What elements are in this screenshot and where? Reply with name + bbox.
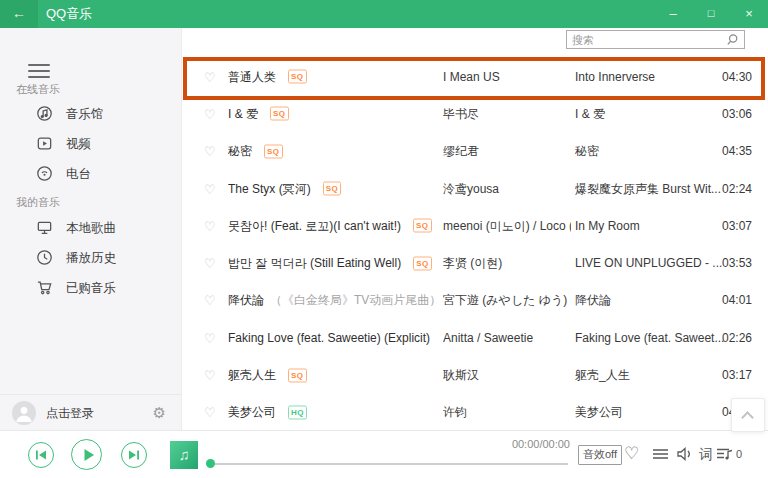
favorite-heart-icon[interactable]: ♡ [204, 330, 216, 345]
song-row[interactable]: ♡ 美梦公司 HQ 许钧 美梦公司 04:09 [182, 394, 768, 431]
song-title-cluster: 普通人类 SQ [228, 68, 307, 85]
progress-bar[interactable] [210, 463, 568, 465]
song-artist[interactable]: 宮下遊 (みやした ゆう) [443, 292, 571, 309]
song-row[interactable]: ♡ Faking Love (feat. Saweetie) (Explicit… [182, 319, 768, 356]
back-icon: ← [12, 5, 26, 21]
album-art-placeholder[interactable]: ♫ [170, 441, 198, 469]
song-title: 躯壳人生 [228, 367, 276, 384]
qq-music-window: ← QQ音乐 – □ × 在线音乐 音乐馆 视频 [0, 0, 768, 478]
sidebar-item-play-history[interactable]: 播放历史 [0, 243, 182, 273]
favorite-heart-icon[interactable]: ♡ [204, 106, 216, 121]
song-artist[interactable]: 李贤 (이현) [443, 255, 571, 272]
sidebar-item-music-hall[interactable]: 音乐馆 [0, 99, 182, 129]
song-album[interactable]: I & 爱 [575, 105, 743, 122]
song-title: 普通人类 [228, 68, 276, 85]
login-row[interactable]: 点击登录 ⚙ [0, 394, 182, 430]
song-album[interactable]: 秘密 [575, 143, 743, 160]
song-album[interactable]: LIVE ON UNPLUGGED - ... [575, 256, 743, 270]
favorite-heart-icon[interactable]: ♡ [204, 368, 216, 383]
equalizer-icon[interactable] [652, 448, 669, 460]
favorite-heart-icon[interactable]: ♡ [204, 69, 216, 84]
search-input[interactable] [572, 31, 717, 48]
song-artist[interactable]: meenoi (미노이) / Loco (... [443, 217, 571, 234]
song-row[interactable]: ♡ 못참아! (Feat. 로꼬)(I can't wait!) SQ meen… [182, 207, 768, 244]
favorite-heart-icon[interactable]: ♡ [204, 293, 216, 308]
lyrics-button[interactable]: 词 [699, 446, 713, 464]
close-button[interactable]: × [730, 0, 768, 28]
previous-track-button[interactable] [28, 442, 54, 468]
maximize-button[interactable]: □ [692, 0, 730, 28]
song-row[interactable]: ♡ 秘密 SQ 缪纪君 秘密 04:35 [182, 133, 768, 170]
song-album[interactable]: Faking Love (feat. Saweet... [575, 331, 743, 345]
play-queue-icon[interactable] [716, 447, 734, 461]
next-icon [128, 450, 141, 461]
song-title-cluster: 美梦公司 HQ [228, 404, 307, 421]
song-artist[interactable]: Anitta / Saweetie [443, 331, 571, 345]
favorite-heart-icon[interactable]: ♡ [204, 218, 216, 233]
song-artist[interactable]: 毕书尽 [443, 105, 571, 122]
maximize-icon: □ [708, 7, 715, 19]
song-title-cluster: 躯壳人生 SQ [228, 367, 307, 384]
song-title: I & 爱 [228, 105, 258, 122]
previous-icon [35, 450, 48, 461]
song-artist[interactable]: 缪纪君 [443, 143, 571, 160]
quality-badge: SQ [413, 256, 432, 270]
sidebar-item-radio[interactable]: 电台 [0, 159, 182, 189]
song-row[interactable]: ♡ 躯壳人生 SQ 耿斯汉 躯壳_人生 03:17 [182, 356, 768, 393]
play-button[interactable] [71, 439, 102, 470]
favorite-heart-icon[interactable]: ♡ [204, 181, 216, 196]
progress-knob[interactable] [206, 459, 215, 468]
back-button[interactable]: ← [0, 0, 38, 28]
song-album[interactable]: 降伏論 [575, 292, 743, 309]
song-artist[interactable]: 耿斯汉 [443, 367, 571, 384]
song-album[interactable]: In My Room [575, 219, 743, 233]
music-hall-icon [36, 105, 53, 122]
quality-badge: SQ [288, 70, 307, 84]
hamburger-icon [28, 64, 50, 66]
song-artist[interactable]: I Mean US [443, 70, 571, 84]
scroll-to-top-button[interactable] [731, 398, 765, 432]
song-row[interactable]: ♡ 밥만 잘 먹더라 (Still Eating Well) SQ 李贤 (이현… [182, 244, 768, 281]
search-icon[interactable] [726, 33, 739, 46]
volume-icon[interactable] [676, 447, 693, 461]
song-duration: 04:01 [722, 293, 752, 307]
song-album[interactable]: 美梦公司 [575, 404, 743, 421]
avatar [12, 401, 36, 425]
playback-time: 00:00/00:00 [495, 438, 570, 450]
song-title-cluster: I & 爱 SQ [228, 105, 289, 122]
favorite-heart-icon[interactable]: ♡ [204, 405, 216, 420]
song-row[interactable]: ♡ 普通人类 SQ I Mean US Into Innerverse 04:3… [182, 58, 768, 95]
song-title-cluster: 降伏論 （《白金终局》TV动画片尾曲） SQ [228, 292, 438, 309]
song-album[interactable]: Into Innerverse [575, 70, 743, 84]
song-title: Faking Love (feat. Saweetie) (Explicit) [228, 331, 430, 345]
favorite-heart-icon[interactable]: ♡ [204, 144, 216, 159]
song-album[interactable]: 爆裂魔女原声集 Burst Wit... [575, 180, 743, 197]
favorite-heart-icon[interactable]: ♡ [624, 443, 639, 464]
sidebar-item-video[interactable]: 视频 [0, 129, 182, 159]
song-duration: 04:30 [722, 70, 752, 84]
sidebar-item-label: 电台 [66, 166, 91, 183]
minimize-icon: – [669, 6, 676, 21]
song-row[interactable]: ♡ The Styx (冥河) SQ 泠鸢yousa 爆裂魔女原声集 Burst… [182, 170, 768, 207]
song-title: 秘密 [228, 143, 252, 160]
song-title: 못참아! (Feat. 로꼬)(I can't wait!) [228, 217, 401, 234]
favorite-heart-icon[interactable]: ♡ [204, 256, 216, 271]
song-title-cluster: Faking Love (feat. Saweetie) (Explicit) … [228, 331, 438, 345]
song-artist[interactable]: 许钧 [443, 404, 571, 421]
sidebar-item-local-songs[interactable]: 本地歌曲 [0, 213, 182, 243]
song-artist[interactable]: 泠鸢yousa [443, 180, 571, 197]
quality-badge: SQ [270, 107, 289, 121]
player-bar: ♫ 00:00/00:00 音效off ♡ 词 0 [0, 430, 768, 478]
next-track-button[interactable] [121, 442, 147, 468]
minimize-button[interactable]: – [654, 0, 692, 28]
song-title-cluster: 못참아! (Feat. 로꼬)(I can't wait!) SQ [228, 217, 432, 234]
settings-gear-icon[interactable]: ⚙ [153, 404, 166, 422]
song-title-cluster: The Styx (冥河) SQ [228, 180, 341, 197]
sidebar-item-purchased-music[interactable]: 已购音乐 [0, 273, 182, 303]
song-album[interactable]: 躯壳_人生 [575, 367, 743, 384]
song-row[interactable]: ♡ I & 爱 SQ 毕书尽 I & 爱 03:06 [182, 95, 768, 132]
song-row[interactable]: ♡ 降伏論 （《白金终局》TV动画片尾曲） SQ 宮下遊 (みやした ゆう) 降… [182, 282, 768, 319]
sidebar-item-label: 已购音乐 [66, 280, 116, 297]
menu-button[interactable] [28, 64, 50, 78]
sound-effect-button[interactable]: 音效off [578, 445, 622, 465]
